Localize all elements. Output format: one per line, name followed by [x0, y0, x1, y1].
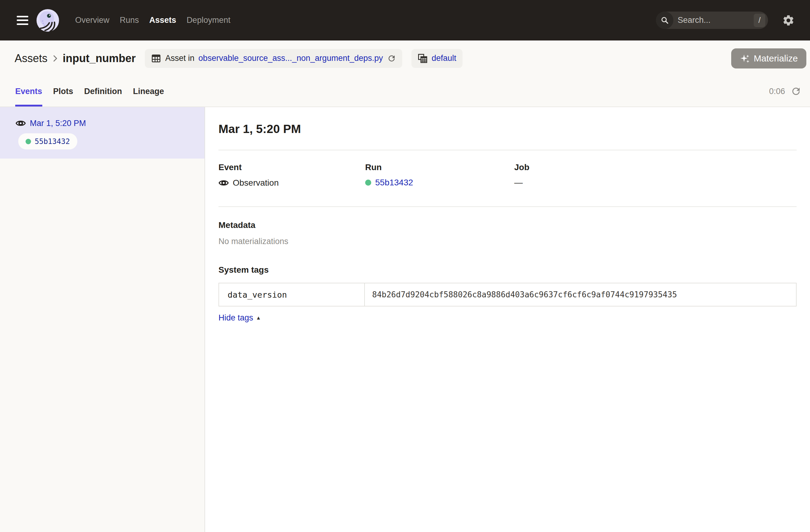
asset-grid-icon: [151, 53, 161, 64]
breadcrumb-assets-link[interactable]: Assets: [15, 52, 47, 65]
asset-tabs: Events Plots Definition Lineage 0:06: [0, 76, 810, 107]
tab-plots[interactable]: Plots: [53, 76, 73, 107]
menu-icon[interactable]: [17, 16, 28, 25]
hide-tags-link[interactable]: Hide tags ▲: [218, 313, 261, 323]
job-empty-value: —: [514, 178, 523, 188]
tab-definition[interactable]: Definition: [84, 76, 122, 107]
observation-eye-icon: [218, 178, 229, 188]
tag-key-cell: data_version: [219, 283, 364, 306]
asset-group-icon: [418, 53, 428, 64]
dagster-logo[interactable]: [36, 9, 59, 32]
metadata-heading: Metadata: [218, 220, 797, 230]
event-timestamp-link[interactable]: Mar 1, 5:20 PM: [30, 119, 86, 128]
primary-nav: Overview Runs Assets Deployment: [75, 16, 230, 25]
tab-events[interactable]: Events: [15, 76, 42, 107]
system-tags-section: System tags data_version 84b26d7d9204cbf…: [218, 265, 797, 323]
refresh-icon[interactable]: [791, 86, 801, 97]
table-row: data_version 84b26d7d9204cbf588026c8a988…: [219, 283, 796, 306]
top-navbar: Overview Runs Assets Deployment /: [0, 0, 810, 41]
system-tags-heading: System tags: [218, 265, 797, 275]
event-list-sidebar: Mar 1, 5:20 PM 55b13432: [0, 107, 205, 532]
asset-header: Assets input_number Asset in observable_…: [0, 41, 810, 76]
refresh-countdown: 0:06: [769, 87, 785, 96]
run-id-label: 55b13432: [35, 137, 70, 146]
asset-in-label: Asset in: [165, 53, 194, 63]
breadcrumb-current-asset: input_number: [63, 52, 136, 65]
sparkle-icon: [740, 53, 750, 64]
nav-item-runs[interactable]: Runs: [120, 16, 139, 25]
event-type-value: Observation: [233, 178, 279, 188]
nav-item-deployment[interactable]: Deployment: [187, 16, 230, 25]
global-search[interactable]: /: [656, 12, 768, 29]
asset-definition-link[interactable]: observable_source_ass..._non_argument_de…: [198, 53, 383, 63]
event-heading: Mar 1, 5:20 PM: [218, 122, 797, 136]
search-input[interactable]: [674, 16, 754, 25]
tab-lineage[interactable]: Lineage: [133, 76, 164, 107]
search-shortcut-key: /: [754, 14, 765, 27]
tag-value-cell: 84b26d7d9204cbf588026c8a9886d403a6c9637c…: [364, 283, 796, 306]
chevron-right-icon: [50, 54, 60, 63]
job-column-label: Job: [514, 162, 797, 172]
system-tags-table: data_version 84b26d7d9204cbf588026c8a988…: [218, 283, 797, 306]
event-column-label: Event: [218, 162, 365, 172]
run-id-link[interactable]: 55b13432: [375, 178, 413, 188]
asset-group-link[interactable]: default: [432, 53, 456, 63]
run-success-dot: [365, 180, 371, 186]
run-id-badge[interactable]: 55b13432: [18, 133, 77, 149]
run-column-label: Run: [365, 162, 514, 172]
event-detail-columns: Event Observation Run 55b13432 Job: [218, 162, 797, 188]
run-success-dot: [26, 139, 31, 144]
settings-gear-icon[interactable]: [782, 14, 795, 27]
event-detail-panel: Mar 1, 5:20 PM Event Observation Run 55b…: [205, 107, 810, 532]
divider: [218, 206, 797, 207]
repo-badge: default: [411, 49, 463, 68]
dagster-app: Overview Runs Assets Deployment / Assets…: [0, 0, 810, 532]
divider: [218, 150, 797, 150]
nav-item-assets[interactable]: Assets: [149, 16, 177, 25]
asset-location-badge: Asset in observable_source_ass..._non_ar…: [145, 49, 402, 68]
materialize-button[interactable]: Materialize: [731, 48, 806, 68]
hide-tags-label: Hide tags: [218, 313, 253, 323]
event-list-item[interactable]: Mar 1, 5:20 PM 55b13432: [0, 107, 205, 159]
observation-eye-icon: [16, 118, 26, 128]
metadata-section: Metadata No materializations: [218, 220, 797, 246]
search-icon: [656, 12, 674, 29]
metadata-empty-text: No materializations: [218, 237, 797, 246]
reload-definitions-icon[interactable]: [387, 54, 396, 63]
materialize-label: Materialize: [754, 53, 798, 64]
nav-item-overview[interactable]: Overview: [75, 16, 110, 25]
caret-up-icon: ▲: [256, 315, 261, 321]
